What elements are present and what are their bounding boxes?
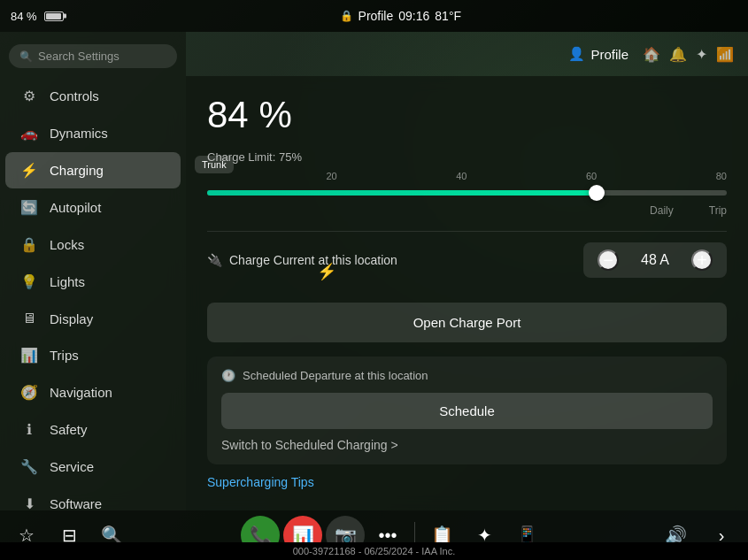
- profile-button[interactable]: 👤 Profile: [568, 46, 628, 62]
- search-placeholder: Search Settings: [38, 50, 120, 63]
- scheduled-title: 🕐 Scheduled Departure at this location: [221, 369, 713, 382]
- charge-slider-track[interactable]: [207, 190, 727, 196]
- sidebar-item-charging[interactable]: ⚡ Charging: [5, 152, 181, 188]
- trips-icon: 📊: [19, 347, 39, 364]
- slider-labels: 20 40 60 80: [207, 171, 727, 181]
- lights-icon: 💡: [19, 273, 39, 290]
- profile-center: Profile: [359, 9, 394, 23]
- profile-person-icon: 👤: [568, 46, 585, 62]
- profile-icons: 🏠 🔔 ✦ 📶: [643, 46, 734, 63]
- info-bar-text: 000-39721168 - 06/25/2024 - IAA Inc.: [293, 546, 455, 556]
- slider-sublabels: Daily Trip: [207, 204, 727, 217]
- locks-label: Locks: [50, 237, 84, 252]
- trip-label: Trip: [709, 204, 727, 217]
- software-label: Software: [50, 496, 102, 510]
- increment-current-button[interactable]: +: [691, 249, 713, 271]
- time-display: 09:16: [398, 9, 429, 23]
- sidebar-item-locks[interactable]: 🔒 Locks: [5, 226, 181, 263]
- service-label: Service: [50, 459, 94, 474]
- search-bar[interactable]: 🔍 Search Settings: [9, 44, 177, 68]
- autopilot-label: Autopilot: [50, 200, 101, 215]
- charging-panel: 84 % Charge Limit: 75% 20 40 60 80 Daily…: [186, 76, 748, 510]
- lock-icon: 🔒: [340, 10, 353, 22]
- charge-slider-container[interactable]: 20 40 60 80 Daily Trip: [207, 171, 727, 217]
- lights-label: Lights: [50, 274, 85, 289]
- sidebar-item-software[interactable]: ⬇ Software: [5, 486, 181, 510]
- dynamics-icon: 🚗: [19, 125, 39, 142]
- safety-icon: ℹ: [19, 421, 39, 438]
- current-value-display: 48 A: [633, 252, 677, 268]
- locks-icon: 🔒: [19, 236, 39, 253]
- charge-current-text: Charge Current at this location: [229, 253, 397, 267]
- battery-percent: 84 %: [11, 10, 37, 23]
- decrement-current-button[interactable]: −: [598, 249, 619, 271]
- temperature-display: 81°F: [435, 9, 461, 23]
- safety-label: Safety: [50, 422, 88, 437]
- navigation-label: Navigation: [50, 385, 112, 400]
- dynamics-label: Dynamics: [50, 126, 108, 141]
- status-bar-center: 🔒 Profile 09:16 81°F: [340, 9, 461, 23]
- display-icon: 🖥: [19, 311, 39, 326]
- battery-icon: [44, 12, 64, 21]
- slider-label-20: 20: [327, 171, 337, 181]
- navigation-icon: 🧭: [19, 384, 39, 401]
- search-icon: 🔍: [19, 50, 33, 63]
- charging-icon: ⚡: [19, 162, 39, 179]
- battery-percent-display: 84 %: [207, 94, 727, 136]
- info-bar: 000-39721168 - 06/25/2024 - IAA Inc.: [0, 542, 748, 560]
- sidebar-item-trips[interactable]: 📊 Trips: [5, 337, 181, 373]
- schedule-button[interactable]: Schedule: [221, 393, 713, 429]
- profile-bar: 👤 Profile 🏠 🔔 ✦ 📶: [186, 32, 748, 76]
- slider-label-80: 80: [716, 171, 727, 181]
- trunk-button[interactable]: Trunk: [195, 156, 234, 173]
- battery-fill: [46, 13, 61, 19]
- right-panel: 👤 Profile 🏠 🔔 ✦ 📶 Trunk ⚡ 84 % Charge Li…: [186, 32, 748, 510]
- sidebar-item-service[interactable]: 🔧 Service: [5, 449, 181, 485]
- software-icon: ⬇: [19, 495, 39, 510]
- trips-label: Trips: [50, 348, 79, 363]
- scheduled-departure-section: 🕐 Scheduled Departure at this location S…: [207, 357, 727, 464]
- daily-label: Daily: [650, 204, 674, 217]
- sidebar-item-display[interactable]: 🖥 Display: [5, 301, 181, 336]
- switch-charging-link[interactable]: Switch to Scheduled Charging >: [221, 438, 713, 452]
- charging-label: Charging: [50, 163, 104, 178]
- sidebar-item-lights[interactable]: 💡 Lights: [5, 264, 181, 300]
- controls-label: Controls: [50, 88, 99, 104]
- display-label: Display: [50, 311, 93, 326]
- service-icon: 🔧: [19, 458, 39, 475]
- charge-current-controls: − 48 A +: [583, 242, 727, 278]
- scheduled-title-text: Scheduled Departure at this location: [243, 369, 428, 382]
- bluetooth-icon[interactable]: ✦: [696, 46, 707, 63]
- charge-limit-label: Charge Limit: 75%: [207, 150, 727, 164]
- sidebar-item-safety[interactable]: ℹ Safety: [5, 411, 181, 448]
- supercharging-tips-link[interactable]: Supercharging Tips: [207, 475, 727, 489]
- lightning-side-icon: ⚡: [317, 262, 336, 281]
- charge-current-row: 🔌 Charge Current at this location − 48 A…: [207, 231, 727, 288]
- slider-label-40: 40: [456, 171, 467, 181]
- main-content: 🔍 Search Settings ⚙ Controls 🚗 Dynamics …: [0, 32, 748, 510]
- slider-fill: [207, 190, 597, 196]
- plug-icon: 🔌: [207, 253, 222, 267]
- sidebar-item-navigation[interactable]: 🧭 Navigation: [5, 374, 181, 410]
- clock-icon: 🕐: [221, 369, 235, 382]
- sidebar: 🔍 Search Settings ⚙ Controls 🚗 Dynamics …: [0, 32, 186, 510]
- open-charge-port-button[interactable]: Open Charge Port: [207, 303, 727, 342]
- profile-label: Profile: [590, 47, 628, 62]
- autopilot-icon: 🔄: [19, 199, 39, 216]
- sidebar-item-dynamics[interactable]: 🚗 Dynamics: [5, 115, 181, 151]
- signal-icon: 📶: [716, 46, 734, 63]
- slider-label-60: 60: [586, 171, 597, 181]
- charge-current-label: 🔌 Charge Current at this location: [207, 253, 583, 267]
- status-bar: 84 % 🔒 Profile 09:16 81°F: [0, 0, 748, 32]
- controls-icon: ⚙: [19, 88, 39, 104]
- sidebar-item-autopilot[interactable]: 🔄 Autopilot: [5, 189, 181, 226]
- slider-thumb[interactable]: [589, 185, 605, 201]
- nav-items: ⚙ Controls 🚗 Dynamics ⚡ Charging 🔄 Autop…: [0, 77, 186, 510]
- status-bar-left: 84 %: [11, 10, 64, 23]
- home-icon[interactable]: 🏠: [643, 46, 660, 63]
- sidebar-item-controls[interactable]: ⚙ Controls: [5, 78, 181, 114]
- notification-icon[interactable]: 🔔: [669, 46, 687, 63]
